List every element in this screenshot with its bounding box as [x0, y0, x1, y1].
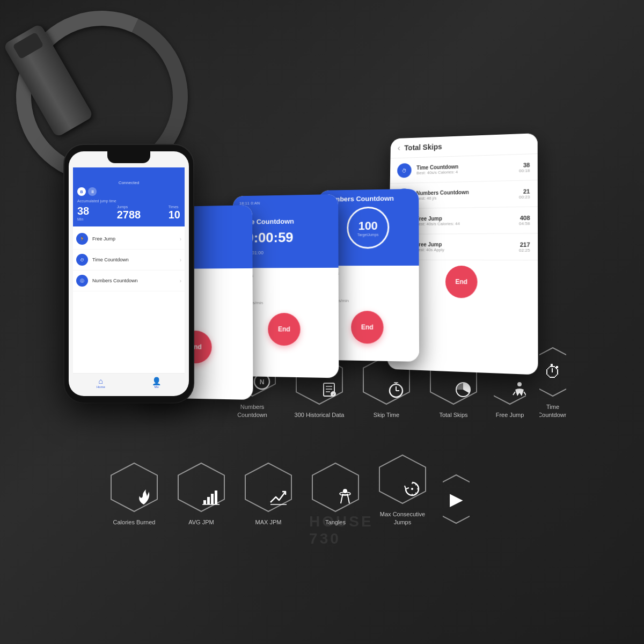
time-countdown-label-partial: Time Countdown	[539, 403, 566, 419]
time-countdown-hex-partial: ⏱	[539, 345, 566, 399]
svg-point-19	[517, 382, 522, 386]
feature-avg-jpm: AVG JPM	[174, 460, 228, 526]
connected-label: Connected	[77, 180, 180, 185]
history-duration-2: 04:58	[519, 221, 530, 226]
phone-bluetooth-icon: B	[77, 187, 86, 196]
time-countdown-arrow: ›	[180, 257, 181, 263]
watermark: HOUSE730	[309, 513, 374, 547]
svg-rect-26	[207, 497, 210, 504]
numbers-countdown-nav-label: Numbers Countdown	[92, 278, 138, 283]
max-consecutive-hex	[376, 452, 429, 506]
feature-max-consecutive: Max Consecutive Jumps	[376, 452, 429, 526]
history-jumps-1: 21	[519, 188, 530, 194]
skip-time-label: Skip Time	[374, 411, 399, 419]
feature-time-countdown-partial: ⏱ Time Countdown	[539, 345, 566, 419]
screenshots-area: 18/16 10:AN B Free Jump Jumps 4 Duration…	[64, 27, 547, 392]
historical-data-label: 300 Historical Data	[295, 411, 345, 419]
me-nav-item[interactable]: 👤 Me	[152, 377, 161, 389]
me-icon: 👤	[152, 377, 161, 385]
history-stats-1: 21 00:23	[519, 188, 530, 199]
home-nav-item[interactable]: ⌂ Home	[97, 377, 105, 389]
history-jumps-3: 217	[519, 241, 530, 247]
phone-pause-icon[interactable]: ⏸	[88, 187, 97, 196]
phone-times-value: 10	[169, 209, 180, 221]
numbers-countdown-arrow: ›	[180, 278, 181, 284]
phone-nav-free-jump[interactable]: 🏃 Free Jump ›	[73, 229, 185, 250]
phone-jumps-stat: Jumps 2788	[117, 205, 141, 221]
phone-nav-time-countdown[interactable]: ⏱ Time Countdown ›	[73, 250, 185, 270]
time-countdown-nav-icon: ⏱	[76, 254, 88, 266]
history-stats-0: 38 00:18	[519, 162, 530, 173]
history-icon-0: ⏱	[397, 163, 412, 178]
avg-jpm-hex	[174, 460, 228, 514]
status-bar-time: 18:11 0:AN	[239, 200, 332, 206]
history-mode-3: Free Jump	[415, 241, 519, 247]
phone-time-unit: Min	[77, 217, 89, 221]
numbers-countdown-label: Numbers Countdown	[225, 403, 279, 419]
numbers-countdown-end-button[interactable]: End	[351, 311, 384, 344]
history-time-2: Best: 40s/s Calories: 44	[416, 221, 519, 226]
phone-jumps-value: 2788	[117, 209, 141, 221]
calories-burned-hex	[107, 460, 161, 514]
max-jpm-hex	[241, 460, 295, 514]
time-countdown-nav-label: Time Countdown	[92, 257, 129, 262]
history-stats-2: 408 04:58	[519, 214, 530, 225]
free-jump-arrow: ›	[180, 236, 181, 242]
me-label: Me	[152, 385, 161, 389]
history-jumps-2: 408	[519, 214, 530, 221]
total-skips-label: Total Skips	[439, 411, 467, 419]
svg-text:N: N	[260, 378, 265, 386]
phone-times-stat: Times 10	[169, 205, 180, 221]
svg-line-38	[415, 484, 416, 485]
phone-time-value: 38	[77, 205, 89, 217]
feature-row-2: Calories Burned AVG JPM	[107, 452, 470, 526]
home-label: Home	[97, 385, 105, 389]
history-duration-0: 00:18	[519, 168, 530, 173]
history-info-2: Free Jump Best: 40s/s Calories: 44	[416, 215, 519, 226]
back-icon[interactable]: ‹	[398, 143, 400, 152]
phone-bottom-nav: ⌂ Home 👤 Me	[73, 373, 185, 392]
history-end-button[interactable]: End	[445, 266, 478, 298]
svg-line-21	[524, 392, 526, 395]
history-duration-3: 02:25	[519, 247, 530, 252]
time-countdown-end-button[interactable]: End	[268, 313, 301, 346]
feature-partial-right-2: ▶	[443, 472, 470, 526]
svg-rect-28	[215, 491, 217, 504]
phone-main: Connected B ⏸ Accumulated jump time 38 M…	[64, 145, 193, 402]
free-jump-nav-label: Free Jump	[92, 236, 115, 241]
svg-line-20	[513, 392, 515, 395]
partial-right-hex-2: ▶	[443, 472, 470, 526]
avg-jpm-label: AVG JPM	[188, 518, 214, 526]
max-consecutive-label: Max Consecutive Jumps	[376, 510, 429, 526]
circle-target: 100 TargetJumps	[347, 207, 390, 249]
phone-nav-numbers-countdown[interactable]: ⓪ Numbers Countdown ›	[73, 270, 185, 291]
target-label: TargetJumps	[357, 232, 379, 236]
history-row-0: ⏱ Time Countdown Best: 40s/s Calories: 4…	[390, 154, 538, 184]
svg-point-36	[411, 488, 413, 490]
phone-screen-content: Connected B ⏸ Accumulated jump time 38 M…	[69, 151, 189, 396]
feature-calories-burned: Calories Burned	[107, 460, 161, 526]
history-info-1: Numbers Countdown Best: 46 j/s	[416, 188, 519, 201]
time-countdown-icon-partial: ⏱	[544, 362, 561, 382]
svg-rect-27	[211, 494, 214, 504]
free-jump-label-partial: Free Jump	[496, 411, 524, 419]
acc-label: Accumulated jump time	[77, 199, 180, 203]
feature-max-jpm: MAX JPM	[241, 460, 295, 526]
phone-jumps-label: Jumps	[117, 205, 141, 209]
phone-notch	[107, 151, 150, 163]
history-time-3: Best: 40s Apply	[415, 247, 519, 252]
time-countdown-title: Time Countdown	[239, 217, 332, 226]
phone-time-stat: 38 Min	[77, 205, 89, 221]
partial-right-icon-2: ▶	[450, 489, 463, 509]
phone-times-label: Times	[169, 205, 180, 209]
timer-display: 00:00:59	[238, 229, 332, 246]
svg-rect-25	[203, 500, 206, 504]
calories-burned-label: Calories Burned	[113, 518, 156, 526]
history-jumps-0: 38	[519, 162, 530, 169]
history-stats-3: 217 02:25	[519, 241, 530, 252]
target-number: 100	[358, 219, 377, 233]
history-title: Total Skips	[404, 142, 442, 152]
free-jump-nav-icon: 🏃	[76, 233, 88, 245]
phone-nav-list: 🏃 Free Jump › ⏱ Time Countdown › ⓪ Numbe…	[73, 226, 185, 373]
svg-text:✓: ✓	[332, 393, 335, 396]
